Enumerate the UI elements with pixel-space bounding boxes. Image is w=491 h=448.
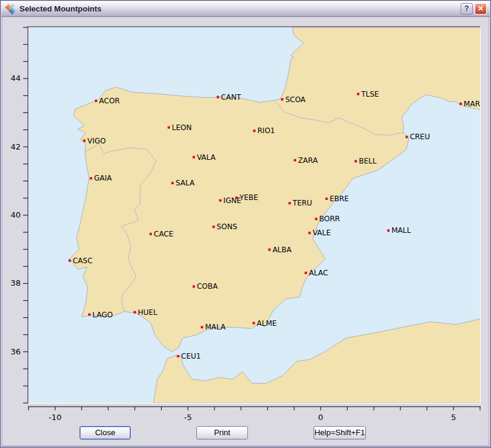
station-label-TLSE: TLSE [360,90,379,98]
station-marker-COBA [193,285,195,288]
station-marker-YEBE [235,196,238,199]
station-label-HUEL: HUEL [138,308,157,317]
station-label-CACE: CACE [154,230,173,238]
station-label-ALME: ALME [257,319,277,328]
close-button[interactable]: Close [80,426,131,439]
station-marker-HUEL [134,311,136,314]
station-label-COBA: COBA [197,282,218,291]
station-label-CREU: CREU [410,133,430,141]
station-label-RIO1: RIO1 [258,126,275,135]
station-label-VALA: VALA [197,153,216,162]
station-marker-SCOA [281,98,283,101]
station-label-ALAC: ALAC [309,269,328,277]
station-marker-MALA [201,326,203,328]
station-marker-LEON [168,126,170,129]
station-label-MARS: MARS [464,100,480,108]
station-marker-VIGO [83,140,86,142]
station-label-CEU1: CEU1 [181,352,201,360]
window-frame-bottom [1,445,490,447]
station-label-EBRE: EBRE [329,195,349,203]
map-canvas: ACORCANTSCOATLSEMARSCREULEONRIO1VIGOVALA… [28,27,481,404]
station-marker-EBRE [325,198,328,200]
station-marker-ACOR [95,100,97,102]
station-marker-VALA [193,156,195,159]
station-label-MALA: MALA [205,323,226,331]
help-icon[interactable]: ? [461,3,473,15]
station-marker-MALL [387,229,390,232]
station-marker-SALA [171,182,174,184]
station-marker-CASC [69,260,71,262]
station-label-CASC: CASC [73,257,93,265]
station-label-SALA: SALA [176,179,195,187]
station-label-LEON: LEON [172,123,192,132]
title-bar[interactable]: Selected Mountpoints ? ✕ [1,1,490,17]
mountpoint-map: ACORCANTSCOATLSEMARSCREULEONRIO1VIGOVALA… [29,27,480,403]
station-marker-VALE [308,232,311,234]
station-label-VIGO: VIGO [88,137,106,145]
station-label-TERU: TERU [292,199,312,207]
print-button[interactable]: Print [196,426,248,439]
station-marker-CACE [149,233,152,235]
station-marker-TERU [289,202,291,204]
station-marker-CEU1 [177,355,179,357]
station-label-ACOR: ACOR [99,97,120,105]
station-label-GAIA: GAIA [94,174,112,182]
station-label-SCOA: SCOA [285,95,306,104]
station-marker-ALAC [304,272,307,274]
station-marker-MARS [459,103,462,105]
station-marker-ALBA [268,249,270,251]
station-label-IGNE: IGNE [224,196,241,205]
station-label-CANT: CANT [221,93,242,102]
station-marker-BORR [315,218,317,220]
station-marker-LAGO [88,314,91,316]
station-marker-CANT [217,96,219,98]
close-icon[interactable]: ✕ [475,3,487,15]
selected-mountpoints-window: Selected Mountpoints ? ✕ ACORCANTSCOATLS… [0,0,491,448]
station-label-MALL: MALL [391,226,411,235]
window-title: Selected Mountpoints [19,4,459,13]
app-icon [5,4,16,14]
station-label-YEBE: YEBE [239,193,258,202]
station-marker-ALME [253,322,255,325]
station-label-ALBA: ALBA [272,246,292,254]
station-marker-IGNE [219,199,222,202]
station-marker-ZARA [294,159,296,162]
station-marker-GAIA [90,177,92,179]
station-label-VALE: VALE [312,229,331,237]
station-marker-SONS [213,226,215,228]
station-marker-RIO1 [253,129,256,132]
station-label-BELL: BELL [359,157,377,165]
station-label-BORR: BORR [319,215,340,223]
station-marker-CREU [405,136,408,138]
station-label-LAGO: LAGO [92,311,113,319]
station-marker-TLSE [357,93,359,95]
station-label-SONS: SONS [217,222,238,231]
help-button[interactable]: Help=Shift+F1 [314,426,366,439]
window-frame-right [488,17,490,447]
station-label-ZARA: ZARA [298,156,318,165]
station-marker-BELL [355,160,357,162]
